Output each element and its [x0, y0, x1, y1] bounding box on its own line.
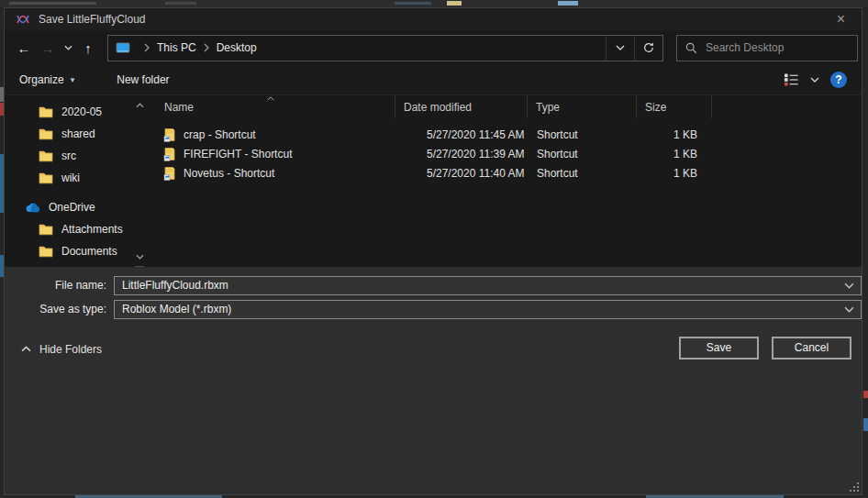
- chevron-down-icon: [64, 45, 72, 50]
- sidebar-item-2020-05[interactable]: 2020-05: [5, 101, 133, 123]
- scroll-up-icon[interactable]: [134, 100, 145, 111]
- address-dropdown-button[interactable]: [606, 36, 634, 61]
- forward-button[interactable]: →: [36, 36, 60, 60]
- navigation-bar: ← → ↑ This PC Desktop: [5, 30, 862, 65]
- save-dialog: Save LittleFluffyCloud × ← → ↑ This PC: [4, 7, 862, 495]
- help-button[interactable]: ?: [830, 72, 847, 88]
- column-header-size[interactable]: Size: [637, 95, 712, 118]
- breadcrumb-separator-icon: [204, 43, 209, 52]
- file-rows: crap - Shortcut5/27/2020 11:45 AMShortcu…: [146, 125, 862, 183]
- file-row[interactable]: FIREFIGHT - Shortcut5/27/2020 11:39 AMSh…: [146, 144, 862, 163]
- refresh-button[interactable]: [635, 36, 662, 61]
- sidebar-item-wiki[interactable]: wiki: [5, 167, 133, 189]
- folder-icon: [38, 105, 54, 119]
- cancel-button[interactable]: Cancel: [772, 337, 851, 360]
- resize-grip[interactable]: [849, 481, 860, 492]
- folder-icon: [38, 149, 54, 163]
- sidebar-item-src[interactable]: src: [5, 145, 133, 167]
- navigation-pane: 2020-05sharedsrcwikiOneDriveAttachmentsD…: [5, 95, 133, 267]
- breadcrumb-this-pc[interactable]: This PC: [157, 41, 196, 54]
- file-row[interactable]: Novetus - Shortcut5/27/2020 11:40 AMShor…: [146, 163, 862, 183]
- search-box[interactable]: [676, 35, 858, 61]
- file-list: NameDate modifiedTypeSize crap - Shortcu…: [146, 95, 862, 267]
- onedrive-icon: [25, 200, 41, 215]
- chevron-down-icon[interactable]: [837, 306, 861, 313]
- scrollbar-thumb[interactable]: [135, 266, 144, 267]
- column-header-date-modified[interactable]: Date modified: [395, 95, 528, 118]
- folder-icon: [38, 244, 54, 259]
- file-size: 1 KB: [637, 148, 712, 160]
- sidebar-item-documents[interactable]: Documents: [5, 240, 133, 262]
- file-date-modified: 5/27/2020 11:45 AM: [395, 128, 528, 141]
- shortcut-file-icon: [162, 127, 177, 142]
- chevron-down-icon: [810, 77, 819, 83]
- folder-icon: [38, 171, 54, 185]
- folder-icon: [38, 222, 54, 237]
- file-name: FIREFIGHT - Shortcut: [184, 148, 292, 160]
- back-button[interactable]: ←: [12, 36, 36, 60]
- file-row[interactable]: crap - Shortcut5/27/2020 11:45 AMShortcu…: [146, 125, 862, 144]
- organize-button[interactable]: Organize ▾: [19, 73, 74, 86]
- refresh-icon: [642, 41, 655, 54]
- window-title: Save LittleFluffyCloud: [39, 13, 146, 26]
- file-name: crap - Shortcut: [184, 128, 256, 141]
- close-button[interactable]: ×: [820, 8, 862, 30]
- sort-ascending-icon: [266, 96, 274, 101]
- file-name-label: File name:: [5, 279, 114, 292]
- file-size: 1 KB: [637, 167, 712, 180]
- dialog-footer: Hide Folders Save Cancel: [5, 324, 862, 495]
- recent-locations-button[interactable]: [60, 36, 76, 60]
- sidebar-scrollbar[interactable]: [133, 95, 146, 267]
- up-button[interactable]: ↑: [76, 36, 100, 60]
- main-area: 2020-05sharedsrcwikiOneDriveAttachmentsD…: [5, 95, 862, 267]
- search-icon: [685, 42, 697, 54]
- file-type: Shortcut: [528, 148, 637, 160]
- sidebar-item-onedrive[interactable]: OneDrive: [5, 196, 133, 218]
- views-dropdown-button[interactable]: [810, 77, 819, 83]
- background-app-top-sliver: [0, 0, 868, 7]
- file-size: 1 KB: [637, 128, 712, 141]
- save-as-type-label: Save as type:: [5, 303, 114, 315]
- chevron-down-icon: ▾: [71, 75, 75, 84]
- file-date-modified: 5/27/2020 11:40 AM: [395, 167, 528, 180]
- save-as-type-select[interactable]: Roblox Model (*.rbxm): [114, 300, 862, 319]
- folder-icon: [38, 127, 54, 141]
- new-folder-button[interactable]: New folder: [117, 73, 169, 86]
- sidebar-item-shared[interactable]: shared: [5, 123, 133, 145]
- breadcrumb-separator-icon: [144, 43, 150, 52]
- chevron-down-icon: [616, 45, 625, 50]
- file-type: Shortcut: [528, 128, 637, 141]
- save-fields-panel: File name: Save as type: Roblox Model (*…: [5, 267, 862, 324]
- chevron-up-icon: [21, 346, 31, 352]
- chevron-down-icon[interactable]: [837, 282, 861, 289]
- shortcut-file-icon: [162, 166, 177, 181]
- file-type: Shortcut: [528, 167, 637, 180]
- file-date-modified: 5/27/2020 11:39 AM: [395, 148, 528, 160]
- sidebar-item-music[interactable]: Music: [5, 262, 133, 267]
- column-header-type[interactable]: Type: [528, 95, 637, 118]
- hide-folders-button[interactable]: Hide Folders: [21, 343, 102, 356]
- column-headers: NameDate modifiedTypeSize: [146, 95, 862, 118]
- save-as-type-value: Roblox Model (*.rbxm): [115, 303, 837, 315]
- scroll-down-icon[interactable]: [134, 251, 145, 262]
- sidebar-item-attachments[interactable]: Attachments: [5, 218, 133, 240]
- folder-icon: [38, 266, 54, 267]
- address-bar[interactable]: This PC Desktop: [107, 35, 663, 61]
- shortcut-file-icon: [162, 147, 177, 161]
- file-name-input[interactable]: [115, 279, 837, 292]
- title-bar[interactable]: Save LittleFluffyCloud ×: [5, 8, 862, 30]
- save-button[interactable]: Save: [679, 337, 759, 360]
- column-header-name[interactable]: Name: [146, 95, 395, 118]
- details-view-icon[interactable]: [784, 73, 799, 86]
- novetus-app-icon: [16, 12, 30, 27]
- breadcrumb-desktop[interactable]: Desktop: [217, 41, 257, 54]
- file-name: Novetus - Shortcut: [184, 167, 274, 180]
- search-input[interactable]: [706, 41, 849, 54]
- background-app-right-sliver: [862, 7, 868, 498]
- file-name-combo[interactable]: [114, 276, 862, 295]
- this-pc-icon: [116, 42, 130, 54]
- command-toolbar: Organize ▾ New folder ?: [5, 65, 862, 95]
